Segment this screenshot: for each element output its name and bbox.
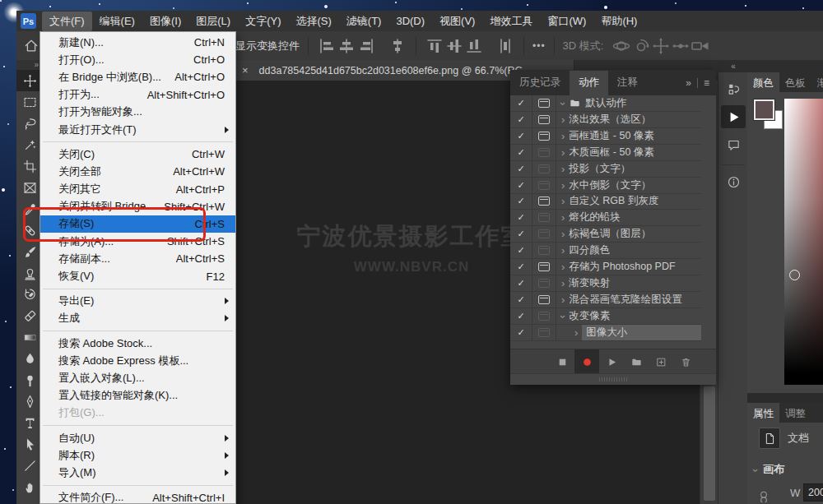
action-dialog-toggle[interactable] xyxy=(532,112,556,127)
action-dialog-toggle[interactable] xyxy=(532,308,556,324)
action-dialog-toggle[interactable] xyxy=(532,161,556,177)
file-menu-item[interactable]: 导入(M) xyxy=(40,464,235,481)
menubar-item-1[interactable]: 文件(F) xyxy=(42,12,92,31)
tab-close-icon[interactable]: × xyxy=(242,64,249,76)
chevron-right-icon[interactable]: › xyxy=(561,261,565,272)
history-panel-icon[interactable] xyxy=(721,77,746,100)
pan-3d-icon[interactable] xyxy=(651,37,671,55)
action-enabled-check-icon[interactable]: ✓ xyxy=(510,95,532,111)
more-options-button[interactable]: ••• xyxy=(532,40,546,52)
chevron-right-icon[interactable]: › xyxy=(561,212,565,223)
action-row[interactable]: ✓›混合器画笔克隆绘图设置 xyxy=(510,292,701,308)
chevron-right-icon[interactable]: › xyxy=(561,114,565,125)
color-picker-ring-icon[interactable] xyxy=(789,270,800,280)
distribute-vertical-icon[interactable] xyxy=(495,37,515,55)
chevron-right-icon[interactable]: › xyxy=(561,278,565,289)
panel-resize-grip[interactable] xyxy=(510,373,716,385)
stop-recording-button[interactable] xyxy=(550,349,574,374)
action-dialog-toggle[interactable] xyxy=(532,145,556,160)
file-menu-item[interactable]: 关闭(C)Ctrl+W xyxy=(40,146,235,163)
properties-panel-tab[interactable]: 调整 xyxy=(779,403,811,423)
action-row[interactable]: ✓›默认动作 xyxy=(510,95,701,112)
foreground-color-swatch[interactable] xyxy=(754,99,774,120)
align-middle-icon[interactable] xyxy=(444,37,464,55)
file-menu-item[interactable]: 新建(N)...Ctrl+N xyxy=(40,34,235,51)
action-row[interactable]: ✓›棕褐色调（图层） xyxy=(510,226,701,243)
action-dialog-toggle[interactable] xyxy=(532,243,556,258)
action-row[interactable]: ✓›木质画框 - 50 像素 xyxy=(510,145,701,161)
roll-3d-icon[interactable] xyxy=(631,37,651,55)
document-properties-row[interactable]: 文档 xyxy=(759,428,809,449)
file-menu-item[interactable]: 生成 xyxy=(40,310,235,327)
action-row[interactable]: ✓›四分颜色 xyxy=(510,243,701,259)
menubar-item-9[interactable]: 视图(V) xyxy=(432,12,482,31)
link-dimensions-icon[interactable] xyxy=(757,489,770,502)
menubar-item-5[interactable]: 文字(Y) xyxy=(238,12,288,31)
chevron-right-icon[interactable]: › xyxy=(561,245,565,256)
panel-menu-icon[interactable]: ≡ xyxy=(704,77,709,89)
actions-panel-tab[interactable]: 历史记录 xyxy=(510,71,570,95)
action-enabled-check-icon[interactable]: ✓ xyxy=(510,145,532,160)
action-dialog-toggle[interactable] xyxy=(532,95,556,111)
file-menu-item[interactable]: 在 Bridge 中浏览(B)...Alt+Ctrl+O xyxy=(40,68,235,86)
canvas-section-header[interactable]: › 画布 xyxy=(754,462,784,477)
color-panel-tab[interactable]: 渐变 xyxy=(811,72,823,92)
properties-panel-tab[interactable]: 属性 xyxy=(747,403,779,423)
file-menu-item[interactable]: 置入链接的智能对象(K)... xyxy=(40,387,235,405)
file-menu-item[interactable]: 搜索 Adobe Stock... xyxy=(40,335,235,352)
file-menu-item[interactable]: 自动(U) xyxy=(40,429,235,446)
comment-panel-icon[interactable] xyxy=(721,133,746,156)
action-enabled-check-icon[interactable]: ✓ xyxy=(510,226,532,242)
align-top-icon[interactable] xyxy=(425,37,444,55)
action-enabled-check-icon[interactable]: ✓ xyxy=(510,308,532,324)
action-dialog-toggle[interactable] xyxy=(532,292,556,307)
color-panel-tab[interactable]: 色板 xyxy=(779,72,811,92)
action-dialog-toggle[interactable] xyxy=(532,210,556,225)
action-enabled-check-icon[interactable]: ✓ xyxy=(510,325,532,340)
action-row[interactable]: ✓›改变像素 xyxy=(510,308,701,325)
menubar-item-2[interactable]: 编辑(E) xyxy=(92,12,142,31)
action-dialog-toggle[interactable] xyxy=(532,194,556,210)
file-menu-item[interactable]: 恢复(V)F12 xyxy=(40,267,235,284)
record-button[interactable] xyxy=(574,349,599,374)
action-enabled-check-icon[interactable]: ✓ xyxy=(510,128,532,144)
action-enabled-check-icon[interactable]: ✓ xyxy=(510,210,532,225)
camera-3d-icon[interactable] xyxy=(690,37,710,55)
chevron-right-icon[interactable]: › xyxy=(561,180,565,191)
slide-3d-icon[interactable] xyxy=(671,37,690,55)
width-input[interactable]: 200 xyxy=(803,483,823,502)
file-menu-item[interactable]: 导出(E) xyxy=(40,293,235,310)
file-menu-item[interactable]: 置入嵌入对象(L)... xyxy=(40,369,235,386)
color-panel-tab[interactable]: 颜色 xyxy=(747,72,779,92)
align-bottom-icon[interactable] xyxy=(464,37,484,55)
chevron-right-icon[interactable]: › xyxy=(561,196,565,206)
menubar-item-8[interactable]: 3D(D) xyxy=(388,12,432,30)
action-row[interactable]: ✓›熔化的铅块 xyxy=(510,210,701,226)
actions-panel-tab[interactable]: 注释 xyxy=(608,71,647,95)
file-menu-item[interactable]: 关闭并转到 Bridge...Shift+Ctrl+W xyxy=(40,198,235,215)
action-row[interactable]: ✓›投影（文字） xyxy=(510,161,701,178)
align-center-horizontal-icon[interactable] xyxy=(337,37,356,55)
action-enabled-check-icon[interactable]: ✓ xyxy=(510,292,532,307)
chevron-right-icon[interactable]: › xyxy=(561,131,565,141)
action-dialog-toggle[interactable] xyxy=(532,325,556,340)
chevron-down-icon[interactable]: › xyxy=(558,315,569,318)
delete-action-button[interactable] xyxy=(673,349,698,374)
menubar-item-6[interactable]: 选择(S) xyxy=(288,12,338,31)
menubar-item-4[interactable]: 图层(L) xyxy=(188,12,238,31)
collapse-panels-icon[interactable]: « xyxy=(718,62,748,72)
menubar-item-3[interactable]: 图像(I) xyxy=(142,12,188,31)
file-menu-item[interactable]: 搜索 Adobe Express 模板... xyxy=(40,352,235,369)
action-row[interactable]: ✓›自定义 RGB 到灰度 xyxy=(510,194,701,210)
chevron-right-icon[interactable]: › xyxy=(574,327,578,338)
file-menu-item[interactable]: 脚本(R) xyxy=(40,446,235,464)
action-dialog-toggle[interactable] xyxy=(532,178,556,193)
file-menu-item[interactable]: 打开为...Alt+Shift+Ctrl+O xyxy=(40,86,235,104)
chevron-right-icon[interactable]: › xyxy=(561,229,565,239)
action-row[interactable]: ✓›画框通道 - 50 像素 xyxy=(510,128,701,145)
action-row[interactable]: ✓›渐变映射 xyxy=(510,275,701,292)
play-action-button[interactable] xyxy=(599,349,624,374)
file-menu-item[interactable]: 存储副本...Alt+Ctrl+S xyxy=(40,250,235,267)
menubar-item-10[interactable]: 增效工具 xyxy=(482,12,540,31)
chevron-right-icon[interactable]: › xyxy=(561,294,565,305)
